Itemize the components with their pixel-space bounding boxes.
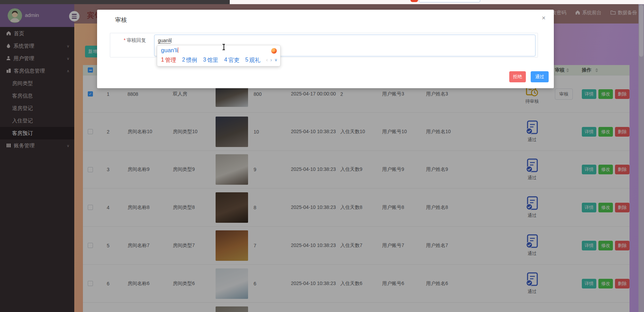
reject-button[interactable]: 拒绝	[509, 71, 526, 82]
candidate-number: 3	[203, 57, 206, 64]
candidate-number: 5	[245, 57, 248, 64]
candidate-text: 馆里	[207, 57, 218, 64]
candidate-text: 观礼	[249, 57, 261, 64]
ime-arrows: ‹ › ∨	[266, 57, 277, 63]
modal-footer: 拒绝 通过	[509, 71, 549, 82]
ime-prev-icon[interactable]: ‹	[266, 57, 268, 63]
browser-extension-icon	[410, 0, 418, 2]
ime-candidate-2[interactable]: 2惯例	[182, 57, 197, 64]
browser-edge-dark	[0, 0, 230, 4]
ime-composition-inline: guanli	[158, 38, 171, 44]
ime-candidate-1[interactable]: 1管理	[161, 57, 176, 64]
candidate-number: 1	[161, 57, 164, 64]
ime-logo-icon	[271, 48, 277, 54]
candidate-text: 惯例	[186, 57, 197, 64]
text-caret	[171, 38, 171, 43]
ime-candidates: 1管理2惯例3馆里4官吏5观礼	[161, 57, 261, 64]
candidate-number: 2	[182, 57, 185, 64]
audit-reply-label: *审核回复	[124, 37, 146, 44]
candidate-number: 4	[224, 57, 227, 64]
candidate-text: 管理	[165, 57, 176, 64]
required-asterisk: *	[124, 37, 125, 43]
ime-popup: guan'li 1管理2惯例3馆里4官吏5观礼 ‹ › ∨	[157, 45, 281, 66]
ime-composition: guan'li	[161, 47, 178, 54]
ime-next-icon[interactable]: ›	[270, 57, 272, 63]
ime-caret	[178, 47, 179, 53]
browser-field-remnant	[419, 0, 480, 2]
ime-candidate-4[interactable]: 4官吏	[224, 57, 239, 64]
ime-candidate-5[interactable]: 5观礼	[245, 57, 261, 64]
ime-more-icon[interactable]: ∨	[274, 57, 277, 62]
ime-candidate-3[interactable]: 3馆里	[203, 57, 218, 64]
browser-edge-strip	[0, 0, 644, 4]
audit-reply-label-text: 审核回复	[126, 37, 146, 43]
modal-title: 审核	[115, 16, 127, 24]
candidate-text: 官吏	[228, 57, 239, 64]
close-icon[interactable]: ×	[542, 15, 546, 21]
approve-button[interactable]: 通过	[531, 71, 549, 82]
app-root: 宾馆 个人中心修改密码系统前台数据备份 admin 首页系统管理∨用户管理∨客房…	[0, 0, 644, 312]
